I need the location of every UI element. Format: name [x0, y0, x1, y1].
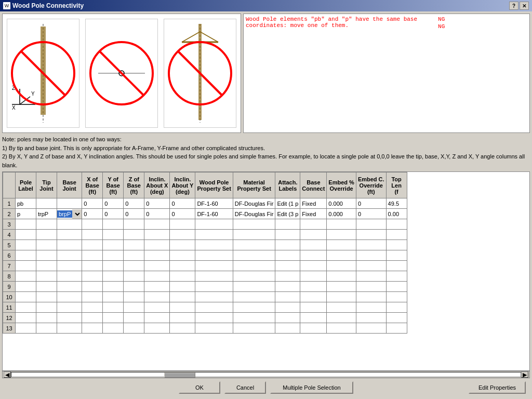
cell-empty-5-3[interactable] [82, 240, 103, 250]
cell-empty-13-7[interactable] [170, 323, 195, 334]
cell-empty-10-10[interactable] [275, 292, 300, 302]
cell-empty-12-0[interactable] [16, 313, 36, 323]
cell-empty-6-7[interactable] [170, 250, 195, 261]
cell-empty-13-6[interactable] [144, 323, 170, 334]
cell-empty-11-13[interactable] [356, 302, 386, 313]
cell-empty-6-1[interactable] [36, 250, 57, 261]
cell-empty-9-6[interactable] [144, 282, 170, 292]
cell-empty-5-0[interactable] [16, 240, 36, 250]
cell-empty-13-0[interactable] [16, 323, 36, 334]
cell-empty-3-13[interactable] [356, 219, 386, 230]
cell-empty-7-12[interactable] [327, 261, 356, 271]
cell-pole-label-1[interactable]: pb [16, 198, 36, 209]
cell-empty-11-7[interactable] [170, 302, 195, 313]
cell-empty-11-2[interactable] [57, 302, 82, 313]
cell-empty-12-1[interactable] [36, 313, 57, 323]
cell-woodps-1[interactable]: DF-1-60 [195, 198, 233, 209]
cell-empty-9-12[interactable] [327, 282, 356, 292]
help-button[interactable]: ? [509, 2, 518, 10]
cell-empty-8-3[interactable] [82, 271, 103, 282]
cell-empty-5-14[interactable] [386, 240, 407, 250]
cell-empty-5-4[interactable] [103, 240, 124, 250]
cell-empty-4-14[interactable] [386, 230, 407, 240]
cell-woodps-2[interactable]: DF-1-60 [195, 209, 233, 219]
cell-empty-12-8[interactable] [195, 313, 233, 323]
cell-embc-2[interactable]: 0 [356, 209, 386, 219]
cell-embpct-1[interactable]: 0.000 [327, 198, 356, 209]
cell-empty-7-0[interactable] [16, 261, 36, 271]
cell-empty-10-0[interactable] [16, 292, 36, 302]
cell-tip-joint-2[interactable]: trpP [36, 209, 57, 219]
cell-empty-6-8[interactable] [195, 250, 233, 261]
cell-empty-3-2[interactable] [57, 219, 82, 230]
cell-y-2[interactable]: 0 [103, 209, 124, 219]
cell-empty-12-12[interactable] [327, 313, 356, 323]
cell-empty-7-5[interactable] [124, 261, 144, 271]
cell-empty-8-8[interactable] [195, 271, 233, 282]
cell-toplen-1[interactable]: 49.5 [386, 198, 407, 209]
cell-incy-2[interactable]: 0 [170, 209, 195, 219]
cell-empty-7-7[interactable] [170, 261, 195, 271]
cell-empty-5-6[interactable] [144, 240, 170, 250]
cell-empty-4-1[interactable] [36, 230, 57, 240]
cell-empty-5-1[interactable] [36, 240, 57, 250]
cell-empty-6-9[interactable] [233, 250, 275, 261]
cell-empty-7-1[interactable] [36, 261, 57, 271]
cell-empty-7-3[interactable] [82, 261, 103, 271]
cell-empty-5-7[interactable] [170, 240, 195, 250]
cell-z-2[interactable]: 0 [124, 209, 144, 219]
scroll-right-btn[interactable]: ▶ [521, 371, 528, 378]
cell-empty-4-8[interactable] [195, 230, 233, 240]
cell-empty-3-3[interactable] [82, 219, 103, 230]
multiple-pole-button[interactable]: Multiple Pole Selection [270, 381, 353, 394]
cell-empty-4-6[interactable] [144, 230, 170, 240]
cell-empty-12-13[interactable] [356, 313, 386, 323]
cell-empty-11-12[interactable] [327, 302, 356, 313]
cell-tip-joint-1[interactable] [36, 198, 57, 209]
cell-empty-9-14[interactable] [386, 282, 407, 292]
cell-basecon-2[interactable]: Fixed [300, 209, 327, 219]
cell-empty-12-5[interactable] [124, 313, 144, 323]
cell-empty-13-1[interactable] [36, 323, 57, 334]
cell-empty-4-9[interactable] [233, 230, 275, 240]
cell-empty-9-1[interactable] [36, 282, 57, 292]
cell-empty-5-2[interactable] [57, 240, 82, 250]
cell-empty-6-13[interactable] [356, 250, 386, 261]
cell-attach-1[interactable]: Edit (1 p [275, 198, 300, 209]
cell-empty-9-13[interactable] [356, 282, 386, 292]
cell-empty-9-7[interactable] [170, 282, 195, 292]
cell-empty-13-8[interactable] [195, 323, 233, 334]
cell-empty-3-1[interactable] [36, 219, 57, 230]
cell-empty-8-1[interactable] [36, 271, 57, 282]
cell-empty-3-9[interactable] [233, 219, 275, 230]
cell-y-1[interactable]: 0 [103, 198, 124, 209]
cell-empty-4-10[interactable] [275, 230, 300, 240]
cell-empty-8-5[interactable] [124, 271, 144, 282]
cell-empty-12-4[interactable] [103, 313, 124, 323]
cell-incx-1[interactable]: 0 [144, 198, 170, 209]
cell-empty-6-3[interactable] [82, 250, 103, 261]
cell-empty-8-14[interactable] [386, 271, 407, 282]
cell-empty-5-11[interactable] [300, 240, 327, 250]
cell-empty-4-0[interactable] [16, 230, 36, 240]
cell-empty-13-3[interactable] [82, 323, 103, 334]
cell-empty-10-2[interactable] [57, 292, 82, 302]
cell-toplen-2[interactable]: 0.00 [386, 209, 407, 219]
cell-empty-7-8[interactable] [195, 261, 233, 271]
cell-matps-1[interactable]: DF-Douglas Fir [233, 198, 275, 209]
cell-empty-3-7[interactable] [170, 219, 195, 230]
cell-empty-3-6[interactable] [144, 219, 170, 230]
cell-empty-11-4[interactable] [103, 302, 124, 313]
cell-empty-6-5[interactable] [124, 250, 144, 261]
cell-empty-9-10[interactable] [275, 282, 300, 292]
cell-empty-9-2[interactable] [57, 282, 82, 292]
cell-empty-9-3[interactable] [82, 282, 103, 292]
cell-empty-13-11[interactable] [300, 323, 327, 334]
cell-empty-12-2[interactable] [57, 313, 82, 323]
scroll-left-btn[interactable]: ◀ [4, 371, 11, 378]
cell-empty-3-14[interactable] [386, 219, 407, 230]
cell-empty-4-4[interactable] [103, 230, 124, 240]
cell-empty-13-14[interactable] [386, 323, 407, 334]
cell-x-1[interactable]: 0 [82, 198, 103, 209]
cell-empty-13-13[interactable] [356, 323, 386, 334]
